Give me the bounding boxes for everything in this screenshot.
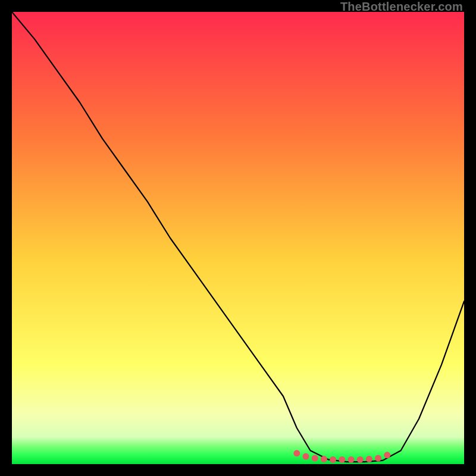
svg-point-4: [321, 456, 327, 462]
chart-frame: TheBottlenecker.com: [0, 0, 476, 476]
svg-point-2: [303, 453, 309, 460]
svg-point-1: [293, 450, 300, 456]
plot-area: [12, 12, 464, 464]
flat-region-markers: [12, 12, 464, 464]
svg-point-8: [357, 456, 364, 463]
svg-point-5: [330, 456, 336, 463]
svg-point-11: [384, 452, 390, 458]
svg-point-10: [375, 455, 381, 462]
svg-point-7: [348, 456, 355, 463]
svg-point-6: [339, 456, 345, 463]
watermark-text: TheBottlenecker.com: [340, 0, 463, 14]
svg-point-9: [366, 456, 372, 462]
svg-point-3: [312, 455, 318, 462]
